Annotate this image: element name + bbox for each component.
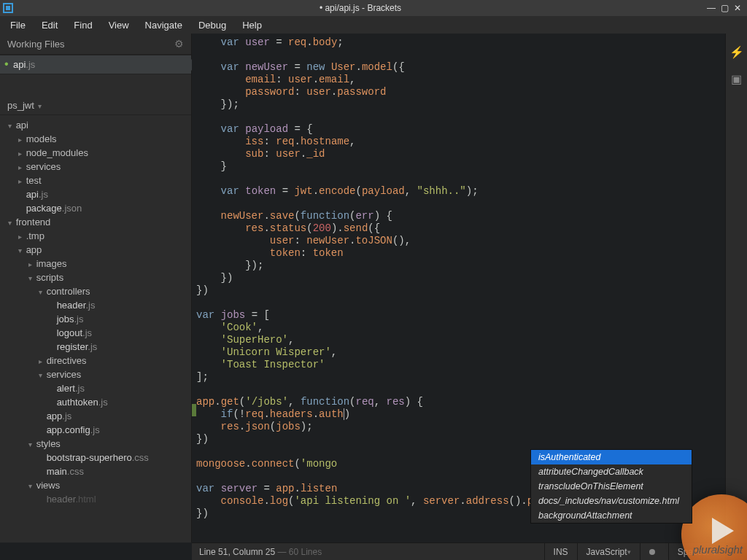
status-bar: Line 51, Column 25 — 60 Lines INS JavaSc… bbox=[192, 542, 725, 560]
project-root[interactable]: ps_jwt ▾ bbox=[0, 96, 191, 115]
gear-icon[interactable]: ⚙ bbox=[174, 38, 184, 50]
tree-folder[interactable]: ▾ services bbox=[0, 368, 191, 381]
tree-folder[interactable]: ▸ directives bbox=[0, 354, 191, 368]
autocomplete-item[interactable]: docs/_includes/nav/customize.html bbox=[531, 494, 692, 508]
caret-right-icon: ▸ bbox=[26, 260, 34, 268]
lint-status[interactable] bbox=[640, 543, 668, 560]
tree-file[interactable]: authtoken.js bbox=[0, 395, 191, 409]
tree-folder[interactable]: ▾ app bbox=[0, 243, 191, 257]
autocomplete-item[interactable]: attributeChangedCallback bbox=[531, 464, 692, 479]
menu-bar: File Edit Find View Navigate Debug Help bbox=[0, 16, 747, 34]
tree-folder[interactable]: ▾ views bbox=[0, 478, 191, 492]
live-preview-icon[interactable]: ⚡ bbox=[729, 45, 744, 59]
caret-down-icon: ▾ bbox=[26, 440, 34, 448]
tree-folder[interactable]: ▸ services bbox=[0, 160, 191, 174]
tree-file[interactable]: package.json bbox=[0, 201, 191, 215]
tree-file[interactable]: logout.js bbox=[0, 326, 191, 340]
tree-file[interactable]: header.js bbox=[0, 298, 191, 312]
caret-right-icon: ▸ bbox=[16, 177, 23, 185]
caret-down-icon: ▾ bbox=[6, 122, 13, 130]
tree-folder[interactable]: ▸ test bbox=[0, 174, 191, 187]
caret-right-icon: ▸ bbox=[16, 149, 23, 158]
caret-right-icon: ▸ bbox=[16, 163, 23, 171]
language-mode[interactable]: JavaScript ▾ bbox=[577, 543, 640, 560]
tree-folder[interactable]: ▾ api bbox=[0, 118, 191, 132]
caret-down-icon: ▾ bbox=[36, 371, 44, 379]
autocomplete-item[interactable]: transcludeOnThisElement bbox=[531, 479, 692, 494]
tree-file[interactable]: app.config.js bbox=[0, 423, 191, 437]
indent-settings[interactable]: Spaces: 4 bbox=[668, 543, 725, 560]
working-files-header: Working Files ⚙ bbox=[0, 34, 191, 55]
menu-view[interactable]: View bbox=[101, 18, 136, 32]
tree-file[interactable]: jobs.js bbox=[0, 312, 191, 326]
file-tree: ▾ api▸ models▸ node_modules▸ services▸ t… bbox=[0, 115, 191, 506]
working-files-label: Working Files bbox=[7, 39, 65, 50]
minimize-icon[interactable]: — bbox=[706, 3, 716, 13]
chevron-down-icon: ▾ bbox=[36, 102, 42, 110]
tree-file[interactable]: header.html bbox=[0, 492, 191, 506]
tree-folder[interactable]: ▾ frontend bbox=[0, 215, 191, 229]
sidebar: Working Files ⚙ api.js ps_jwt ▾ ▾ api▸ m… bbox=[0, 34, 192, 542]
menu-file[interactable]: File bbox=[3, 18, 33, 32]
menu-navigate[interactable]: Navigate bbox=[138, 18, 190, 32]
maximize-icon[interactable]: ▢ bbox=[719, 3, 729, 13]
insert-mode[interactable]: INS bbox=[544, 543, 577, 560]
title-bar: • api/api.js - Brackets — ▢ ✕ bbox=[0, 0, 747, 16]
working-file-item[interactable]: api.js bbox=[0, 55, 191, 74]
tree-folder[interactable]: ▸ models bbox=[0, 132, 191, 146]
caret-right-icon: ▸ bbox=[36, 357, 44, 365]
tree-folder[interactable]: ▾ styles bbox=[0, 437, 191, 451]
menu-find[interactable]: Find bbox=[66, 18, 99, 32]
tree-folder[interactable]: ▾ controllers bbox=[0, 284, 191, 298]
autocomplete-popup: isAuthenticated attributeChangedCallback… bbox=[530, 449, 692, 524]
autocomplete-item[interactable]: isAuthenticated bbox=[531, 450, 692, 464]
menu-edit[interactable]: Edit bbox=[34, 18, 65, 32]
caret-down-icon: ▾ bbox=[26, 274, 34, 282]
tree-file[interactable]: main.css bbox=[0, 464, 191, 478]
working-file-ext: .js bbox=[26, 59, 35, 70]
caret-down-icon: ▾ bbox=[6, 219, 13, 227]
caret-down-icon: ▾ bbox=[36, 288, 44, 296]
tree-file[interactable]: alert.js bbox=[0, 381, 191, 395]
app-logo-icon bbox=[1, 1, 15, 15]
caret-right-icon: ▸ bbox=[16, 136, 23, 144]
gutter-mark-icon bbox=[192, 404, 196, 416]
extensions-icon[interactable]: ▣ bbox=[731, 72, 742, 86]
caret-down-icon: ▾ bbox=[16, 246, 23, 254]
tree-file[interactable]: bootstrap-superhero.css bbox=[0, 451, 191, 464]
tree-file[interactable]: app.js bbox=[0, 409, 191, 423]
project-root-label: ps_jwt bbox=[7, 100, 34, 111]
tree-folder[interactable]: ▸ images bbox=[0, 257, 191, 271]
autocomplete-item[interactable]: backgroundAttachment bbox=[531, 508, 692, 523]
tree-folder[interactable]: ▸ node_modules bbox=[0, 146, 191, 160]
caret-down-icon: ▾ bbox=[26, 482, 34, 490]
close-icon[interactable]: ✕ bbox=[732, 3, 743, 13]
lint-dot-icon bbox=[649, 549, 655, 555]
caret-right-icon: ▸ bbox=[16, 233, 23, 241]
tree-folder[interactable]: ▾ scripts bbox=[0, 271, 191, 284]
window-title: • api/api.js - Brackets bbox=[15, 3, 706, 13]
cursor-position: Line 51, Column 25 — 60 Lines bbox=[192, 547, 544, 557]
right-rail: ⚡ ▣ bbox=[725, 34, 747, 542]
editor[interactable]: var user = req.body; var newUser = new U… bbox=[192, 34, 725, 542]
menu-debug[interactable]: Debug bbox=[191, 18, 233, 32]
tree-folder[interactable]: ▸ .tmp bbox=[0, 229, 191, 243]
menu-help[interactable]: Help bbox=[235, 18, 269, 32]
tree-file[interactable]: register.js bbox=[0, 340, 191, 354]
tree-file[interactable]: api.js bbox=[0, 187, 191, 201]
svg-rect-1 bbox=[6, 6, 10, 10]
working-file-name: api bbox=[13, 59, 26, 70]
